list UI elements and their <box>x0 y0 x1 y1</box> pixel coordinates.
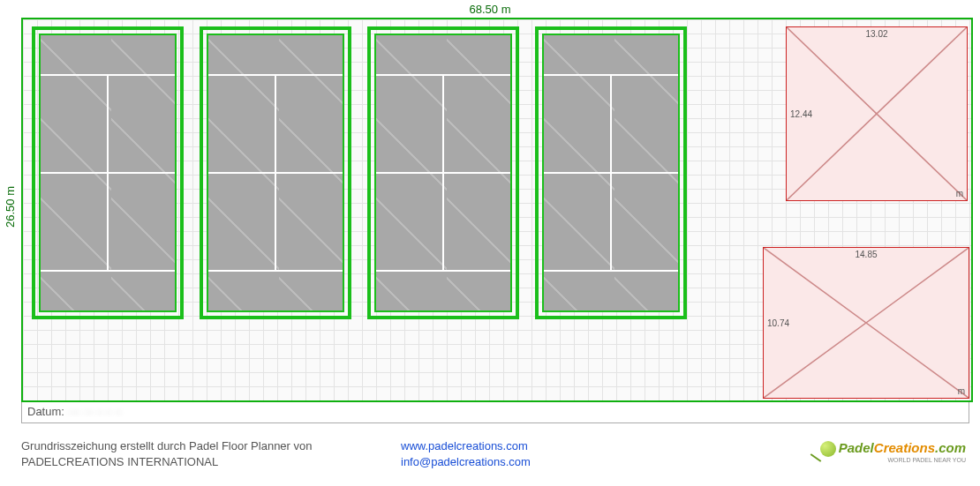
area-a-width: 13.02 <box>787 29 967 39</box>
area-b-height: 10.74 <box>767 318 789 328</box>
court-1 <box>32 26 184 319</box>
logo-ball-icon <box>820 441 836 457</box>
datum-row: Datum: ···· ··· ·· ·· ·· <box>21 402 969 423</box>
court-3 <box>367 26 519 319</box>
dim-width: 68.50 m <box>0 3 980 16</box>
court-4 <box>535 26 687 319</box>
area-b-width: 14.85 <box>764 250 969 259</box>
footer-email[interactable]: info@padelcreations.com <box>401 455 531 468</box>
dim-height: 26.50 m <box>4 22 17 393</box>
area-a-unit: m <box>956 189 963 198</box>
datum-value: ···· ··· ·· ·· ·· <box>68 405 122 418</box>
logo-tagline: WORLD PADEL NEAR YOU <box>820 457 966 463</box>
datum-label: Datum: <box>27 405 64 418</box>
court-2 <box>200 26 351 319</box>
area-box-a: 13.02 12.44 m <box>786 26 968 201</box>
footer-line1: Grundrisszeichung erstellt durch Padel F… <box>21 438 401 454</box>
logo: PadelCreations.com WORLD PADEL NEAR YOU <box>820 440 966 463</box>
footer-line2: PADELCREATIONS INTERNATIONAL <box>21 454 401 470</box>
footer-url[interactable]: www.padelcreations.com <box>401 439 528 452</box>
floor-plan-canvas: 13.02 12.44 m 14.85 10.74 m <box>21 18 973 402</box>
area-a-height: 12.44 <box>790 109 812 119</box>
area-box-b: 14.85 10.74 m <box>763 247 969 399</box>
area-b-unit: m <box>958 386 965 396</box>
footer: Grundrisszeichung erstellt durch Padel F… <box>21 438 969 475</box>
